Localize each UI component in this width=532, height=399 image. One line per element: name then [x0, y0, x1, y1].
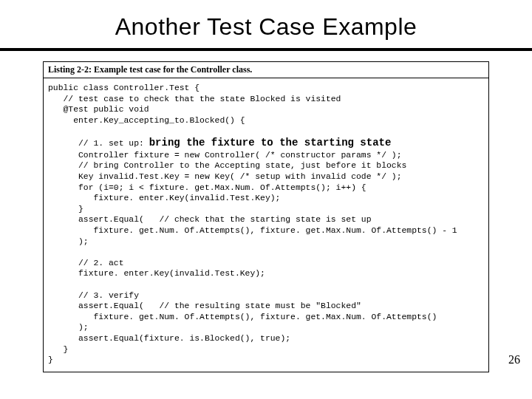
listing-caption: Listing 2-2: Example test case for the C…	[44, 62, 488, 78]
code-line: // 1. set up:	[48, 139, 149, 148]
code-line: Controller fixture = new Controller( /* …	[48, 151, 402, 160]
code-line: // test case to check that the state Blo…	[48, 95, 341, 103]
code-line: // bring Controller to the Accepting sta…	[48, 161, 406, 170]
code-highlight: bring the fixture to the starting state	[149, 137, 392, 149]
code-line: fixture. get.Num. Of.Attempts(), fixture…	[48, 226, 457, 235]
code-line: );	[48, 237, 89, 246]
code-line: enter.Key_accepting_to.Blocked() {	[48, 116, 245, 125]
code-line: assert.Equal( // the resulting state mus…	[48, 301, 361, 310]
code-line: }	[48, 355, 53, 364]
page-number: 26	[508, 353, 520, 366]
code-line: }	[48, 345, 68, 354]
code-line: fixture. enter.Key(invalid.Test.Key);	[48, 194, 280, 202]
code-line: // 2. act	[48, 259, 124, 267]
code-line: fixture. get.Num. Of.Attempts(), fixture…	[48, 313, 437, 321]
code-line: @Test public void	[48, 105, 149, 114]
code-line: // 3. verify	[48, 291, 139, 300]
code-line: assert.Equal(fixture. is.Blocked(), true…	[48, 334, 290, 343]
code-line: }	[48, 205, 83, 214]
title-divider	[0, 48, 532, 51]
code-line: for (i=0; i < fixture. get.Max.Num. Of.A…	[48, 183, 366, 192]
code-block: public class Controller.Test { // test c…	[44, 78, 488, 372]
code-line: fixture. enter.Key(invalid.Test.Key);	[48, 269, 265, 278]
slide-title: Another Test Case Example	[0, 0, 532, 48]
listing-box: Listing 2-2: Example test case for the C…	[43, 61, 489, 372]
code-line: public class Controller.Test {	[48, 83, 200, 92]
code-line: assert.Equal( // check that the starting…	[48, 215, 371, 224]
code-line: );	[48, 323, 89, 332]
code-line: Key invalid.Test.Key = new Key( /* setup…	[48, 172, 402, 181]
